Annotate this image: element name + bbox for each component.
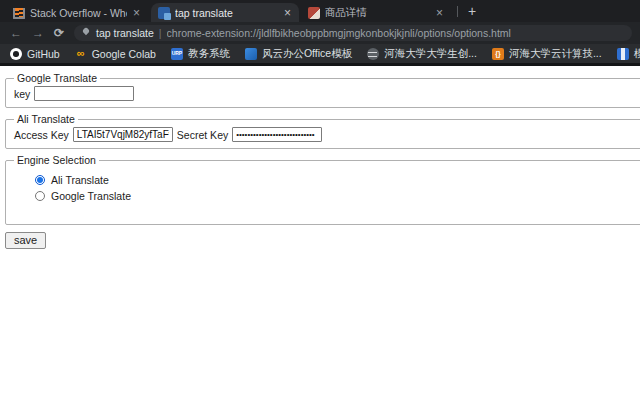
globe-icon <box>367 48 379 60</box>
bookmark-label: 模式识别作业提交 <box>634 47 640 61</box>
engine-option-google[interactable]: Google Translate <box>35 190 640 202</box>
tab-title: Stack Overflow - Where Deve <box>30 7 127 19</box>
tab-product-detail[interactable]: 商品详情 × <box>301 3 451 22</box>
translate-favicon-icon <box>158 7 170 19</box>
product-favicon-icon <box>308 7 320 19</box>
office-template-icon <box>245 48 257 60</box>
tab-title: tap translate <box>175 7 278 19</box>
tab-tap-translate[interactable]: tap translate × <box>151 3 299 22</box>
tab-strip: Stack Overflow - Where Deve × tap transl… <box>0 0 640 22</box>
urp-icon: URP <box>171 48 183 60</box>
reload-icon[interactable]: ⟳ <box>54 27 64 39</box>
key-label: key <box>14 88 30 100</box>
tab-close-icon[interactable]: × <box>132 8 141 18</box>
colab-icon: ∞ <box>75 48 87 60</box>
tab-close-icon[interactable]: × <box>435 8 444 18</box>
tab-separator <box>457 6 458 17</box>
tab-close-icon[interactable]: × <box>283 8 292 18</box>
engine-option-ali[interactable]: Ali Translate <box>35 174 640 186</box>
bookmark-label: Google Colab <box>92 48 156 60</box>
new-tab-button[interactable]: + <box>463 3 481 21</box>
engine-selection-section: Engine Selection Ali Translate Google Tr… <box>5 154 640 225</box>
options-page: Google Translate key Ali Translate Acces… <box>0 66 640 249</box>
bookmark-hhu-cloud[interactable]: {} 河海大学云计算技... <box>492 47 602 61</box>
extension-pin-icon <box>82 28 90 38</box>
save-button[interactable]: save <box>5 232 46 249</box>
bookmark-label: GitHub <box>27 48 60 60</box>
omnibox-url: chrome-extension://jldlfbikheobppbmgjmgk… <box>167 27 511 39</box>
bookmark-label: 河海大学大学生创... <box>384 47 477 61</box>
bookmark-label: 河海大学云计算技... <box>509 47 602 61</box>
stackoverflow-favicon-icon <box>13 8 25 19</box>
google-translate-legend: Google Translate <box>14 72 100 84</box>
ali-translate-legend: Ali Translate <box>14 113 78 125</box>
engine-selection-legend: Engine Selection <box>14 154 99 166</box>
bookmark-hhu-student[interactable]: 河海大学大学生创... <box>367 47 477 61</box>
bookmarks-bar: GitHub ∞ Google Colab URP 教务系统 风云办公Offic… <box>0 44 640 66</box>
google-key-input[interactable] <box>34 86 134 101</box>
secret-key-label: Secret Key <box>177 129 228 141</box>
secret-key-input[interactable] <box>232 127 322 142</box>
radio-label: Google Translate <box>51 190 131 202</box>
cloud-code-icon: {} <box>492 48 504 60</box>
address-bar[interactable]: tap translate | chrome-extension://jldlf… <box>74 25 632 41</box>
google-translate-section: Google Translate key <box>5 72 640 108</box>
assignment-icon <box>617 48 629 60</box>
bookmark-office-templates[interactable]: 风云办公Office模板 <box>245 47 352 61</box>
github-icon <box>10 48 22 60</box>
bookmark-github[interactable]: GitHub <box>10 48 60 60</box>
tab-stack-overflow[interactable]: Stack Overflow - Where Deve × <box>6 3 148 22</box>
radio-google-translate[interactable] <box>35 191 45 201</box>
forward-icon[interactable]: → <box>32 27 44 39</box>
bookmark-label: 教务系统 <box>188 47 230 61</box>
radio-ali-translate[interactable] <box>35 175 45 185</box>
access-key-input[interactable] <box>73 127 173 142</box>
ali-translate-section: Ali Translate Access Key Secret Key <box>5 113 640 149</box>
bookmark-google-colab[interactable]: ∞ Google Colab <box>75 48 156 60</box>
bookmark-pattern-recognition[interactable]: 模式识别作业提交 <box>617 47 640 61</box>
radio-label: Ali Translate <box>51 174 109 186</box>
back-icon[interactable]: ← <box>10 27 22 39</box>
bookmark-jiaowu-system[interactable]: URP 教务系统 <box>171 47 230 61</box>
bookmark-label: 风云办公Office模板 <box>262 47 352 61</box>
browser-toolbar: ← → ⟳ tap translate | chrome-extension:/… <box>0 22 640 44</box>
browser-chrome: Stack Overflow - Where Deve × tap transl… <box>0 0 640 66</box>
access-key-label: Access Key <box>14 129 69 141</box>
omnibox-extension-name: tap translate <box>96 27 154 39</box>
omnibox-separator: | <box>159 27 162 39</box>
tab-title: 商品详情 <box>325 6 430 20</box>
